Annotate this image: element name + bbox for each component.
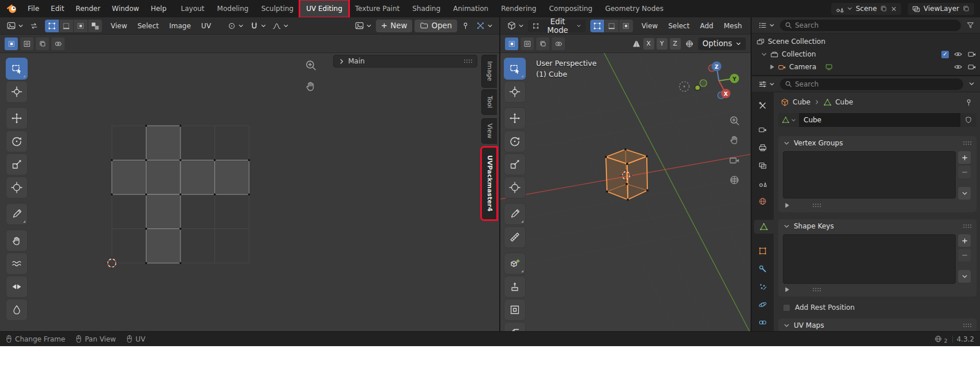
- vertex-groups-list[interactable]: [783, 151, 956, 198]
- workspace-tab-shading[interactable]: Shading: [406, 0, 447, 17]
- workspace-tab-texture-paint[interactable]: Texture Paint: [349, 0, 406, 17]
- workspace-tab-animation[interactable]: Animation: [447, 0, 495, 17]
- breadcrumb-data-name[interactable]: Cube: [835, 98, 853, 106]
- mesh-name-field[interactable]: [799, 113, 960, 127]
- workspace-tab-modeling[interactable]: Modeling: [211, 0, 255, 17]
- tab-tool[interactable]: [754, 99, 771, 113]
- scene-selector[interactable]: Scene: [831, 3, 901, 15]
- camera-view-icon[interactable]: [729, 155, 740, 166]
- workspace-tab-layout[interactable]: Layout: [175, 0, 211, 17]
- outliner-row-collection[interactable]: Collection ✓: [752, 48, 980, 61]
- tool-scale[interactable]: [6, 153, 28, 175]
- close-icon[interactable]: [891, 6, 897, 12]
- options-button[interactable]: Options: [698, 38, 746, 50]
- select-mode-extend-button[interactable]: [521, 38, 534, 50]
- uv-menu-select[interactable]: Select: [133, 17, 163, 35]
- properties-editor-type-button[interactable]: [756, 78, 777, 90]
- shape-key-specials-button[interactable]: [958, 270, 971, 283]
- viewlayer-selector[interactable]: ViewLayer: [908, 3, 974, 15]
- uv-menu-uv[interactable]: UV: [197, 17, 215, 35]
- properties-options-button[interactable]: [967, 80, 977, 88]
- tab-render[interactable]: [754, 123, 771, 137]
- new-scene-icon[interactable]: [880, 5, 888, 13]
- pan-hand-icon[interactable]: [304, 80, 317, 92]
- workspace-tab-geometry-nodes[interactable]: Geometry Nodes: [599, 0, 670, 17]
- tab-object-data[interactable]: [754, 220, 774, 234]
- outliner-search-input[interactable]: [795, 21, 956, 29]
- tool-select-box[interactable]: [6, 58, 28, 80]
- tool-move[interactable]: [6, 107, 28, 129]
- tool-extrude-region[interactable]: [504, 276, 526, 298]
- menu-help[interactable]: Help: [145, 0, 172, 17]
- expander-icon[interactable]: [761, 51, 767, 58]
- pin-id-icon[interactable]: [964, 98, 973, 107]
- tab-output[interactable]: [754, 141, 771, 155]
- image-pin-button[interactable]: [459, 20, 472, 31]
- select-mode-extend-button[interactable]: [20, 38, 33, 50]
- blender-logo-icon[interactable]: [0, 3, 22, 14]
- hide-eye-icon[interactable]: [953, 62, 963, 72]
- select-mode-invert-button[interactable]: [51, 38, 65, 50]
- network-globe-icon[interactable]: [934, 335, 943, 343]
- filter-expand-icon[interactable]: [784, 287, 790, 292]
- sidebar-tab-image[interactable]: Image: [481, 55, 497, 88]
- browse-mesh-button[interactable]: [778, 113, 799, 127]
- tool-transform[interactable]: [6, 177, 28, 198]
- edge-mode-button[interactable]: [605, 20, 619, 32]
- tab-particles[interactable]: [754, 279, 771, 294]
- zoom-icon[interactable]: [729, 115, 740, 126]
- tool-2d-cursor[interactable]: [6, 81, 28, 103]
- properties-search-input[interactable]: [795, 80, 959, 88]
- render-visibility-camera-icon[interactable]: [967, 50, 977, 59]
- tool-grab[interactable]: [6, 230, 28, 252]
- tool-measure[interactable]: [504, 226, 526, 248]
- add-vertex-group-button[interactable]: [958, 151, 971, 164]
- drag-grip-icon[interactable]: [464, 59, 472, 63]
- uv-select-vertex-button[interactable]: [45, 20, 59, 32]
- tool-select-box[interactable]: [504, 58, 526, 80]
- remove-shape-key-button[interactable]: [958, 249, 971, 261]
- perspective-toggle-icon[interactable]: [729, 174, 740, 186]
- collection-checkbox[interactable]: ✓: [941, 51, 949, 58]
- breadcrumb-object-name[interactable]: Cube: [793, 98, 811, 106]
- select-mode-set-button[interactable]: [505, 38, 518, 50]
- shape-keys-panel-header[interactable]: Shape Keys: [778, 219, 977, 233]
- tool-inset-faces[interactable]: [504, 299, 526, 321]
- uv-editor-canvas[interactable]: Main Image Tool View UVPackmaster4: [0, 53, 499, 331]
- select-mode-subtract-button[interactable]: [536, 38, 549, 50]
- drag-grip-icon[interactable]: [813, 288, 821, 291]
- menu-file[interactable]: File: [22, 0, 45, 17]
- viewport-menu-mesh[interactable]: Mesh: [719, 17, 746, 35]
- tab-object[interactable]: [754, 243, 771, 258]
- outliner-display-mode-button[interactable]: [756, 20, 777, 31]
- sidebar-tab-uvpackmaster4[interactable]: UVPackmaster4: [481, 147, 497, 220]
- sidebar-tab-view[interactable]: View: [481, 118, 497, 144]
- drag-grip-icon[interactable]: [813, 204, 821, 207]
- tab-world[interactable]: [754, 194, 771, 209]
- tool-add-cube[interactable]: [504, 253, 526, 275]
- workspace-tab-sculpting[interactable]: Sculpting: [255, 0, 300, 17]
- pivot-point-button[interactable]: [225, 20, 246, 32]
- tool-pinch[interactable]: [6, 276, 28, 298]
- mirror-y-button[interactable]: Y: [657, 38, 668, 50]
- select-mode-intersect-button[interactable]: [552, 38, 565, 50]
- tab-scene[interactable]: [754, 177, 771, 191]
- uv-select-island-button[interactable]: [88, 20, 102, 32]
- gizmo-toggle-button[interactable]: [474, 20, 495, 32]
- outliner-row-camera[interactable]: Camera: [752, 61, 980, 73]
- uv-select-edge-button[interactable]: [59, 20, 73, 32]
- mirror-icon[interactable]: [632, 39, 641, 48]
- outliner-filter-button[interactable]: [964, 20, 977, 31]
- image-browse-button[interactable]: [353, 20, 374, 32]
- viewport-menu-select[interactable]: Select: [664, 17, 693, 35]
- tab-constraints[interactable]: [754, 315, 771, 329]
- filter-expand-icon[interactable]: [784, 202, 790, 208]
- mirror-x-button[interactable]: X: [643, 38, 654, 50]
- add-shape-key-button[interactable]: [958, 234, 971, 247]
- workspace-tab-uv-editing[interactable]: UV Editing: [300, 0, 349, 17]
- hide-eye-icon[interactable]: [953, 50, 963, 59]
- mirror-z-button[interactable]: Z: [670, 38, 681, 50]
- workspace-tab-compositing[interactable]: Compositing: [542, 0, 598, 17]
- expander-icon[interactable]: [769, 64, 775, 70]
- snap-button[interactable]: [248, 20, 268, 32]
